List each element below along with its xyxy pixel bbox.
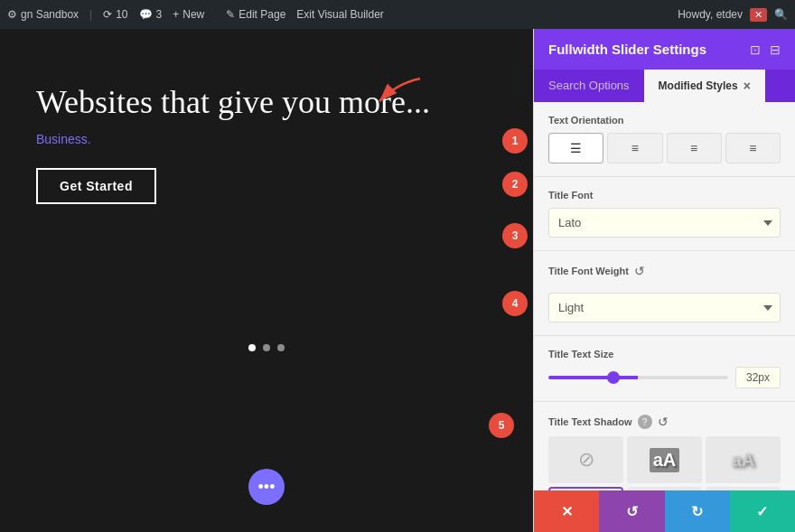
text-orientation-section: Text Orientation ☰ ≡ ≡ ≡ — [534, 102, 795, 177]
help-icon[interactable]: ? — [638, 415, 652, 429]
title-font-select[interactable]: Lato Open Sans Roboto — [548, 208, 781, 238]
title-text-size-section: Title Text Size 32px — [534, 336, 795, 402]
search-options-tab[interactable]: Search Options — [534, 70, 644, 102]
dot-3[interactable] — [277, 344, 285, 351]
align-justify-icon: ≡ — [749, 141, 756, 155]
collapse-icon[interactable]: ⊟ — [770, 42, 781, 57]
shadow-style2-preview: aA — [732, 450, 755, 471]
panel-header-icons: ⊡ ⊟ — [750, 42, 781, 57]
main-area: 1 2 3 4 5 Websites that give you more... — [0, 29, 795, 532]
action-bar: ✕ ↺ ↻ ✓ — [534, 490, 795, 532]
title-text-size-slider[interactable] — [548, 376, 728, 379]
slider-dots — [248, 344, 285, 351]
orient-right-btn[interactable]: ≡ — [667, 133, 722, 163]
shadow-options-grid: ⊘ aA aA aA aA — [548, 436, 781, 490]
new-item[interactable]: + New — [173, 8, 204, 21]
step-badge-5: 5 — [489, 413, 514, 438]
comment-icon: 💬 — [139, 8, 153, 21]
comment-item[interactable]: 💬 3 — [139, 8, 163, 21]
panel-title: Fullwidth Slider Settings — [548, 42, 706, 57]
admin-bar-right: Howdy, etdev ✕ 🔍 — [678, 8, 788, 22]
floating-menu-button[interactable]: ••• — [248, 469, 285, 505]
step-badge-4: 4 — [502, 291, 528, 316]
undo-button[interactable]: ↺ — [599, 490, 664, 532]
cancel-button[interactable]: ✕ — [534, 490, 599, 532]
get-started-button[interactable]: Get Started — [36, 168, 156, 204]
save-icon: ✓ — [756, 503, 768, 520]
sync-icon: ⟳ — [103, 8, 112, 21]
expand-icon[interactable]: ⊡ — [750, 42, 761, 57]
step-badge-2: 2 — [502, 172, 528, 197]
reset-shadow-icon[interactable]: ↺ — [658, 415, 669, 429]
canvas-area: 1 2 3 4 5 Websites that give you more... — [0, 29, 533, 532]
site-name[interactable]: ⚙ gn Sandbox — [7, 8, 79, 21]
step-badge-1: 1 — [502, 128, 528, 154]
step-badge-3: 3 — [502, 223, 528, 248]
shadow-style2-option[interactable]: aA — [706, 436, 781, 483]
title-font-weight-select[interactable]: Light Normal Bold — [548, 293, 781, 322]
title-font-weight-label: Title Font Weight — [548, 266, 629, 276]
dot-2[interactable] — [263, 344, 270, 351]
panel-body: Text Orientation ☰ ≡ ≡ ≡ — [534, 102, 795, 490]
redo-icon: ↻ — [691, 503, 703, 520]
align-center-icon: ≡ — [631, 141, 639, 155]
shadow-none-option[interactable]: ⊘ — [548, 436, 623, 483]
plus-icon: + — [173, 8, 179, 21]
sync-icon-item[interactable]: ⟳ 10 — [103, 8, 127, 21]
title-font-weight-section: Title Font Weight ↺ Light Normal Bold — [534, 251, 795, 336]
shadow-style1-option[interactable]: aA — [627, 436, 702, 483]
close-modified-tab[interactable]: × — [744, 79, 751, 93]
title-text-shadow-label-row: Title Text Shadow ? ↺ — [548, 415, 781, 429]
arrow-icon — [370, 74, 425, 118]
cancel-icon: ✕ — [561, 503, 573, 520]
orient-center-btn[interactable]: ≡ — [607, 133, 662, 163]
title-font-label: Title Font — [548, 190, 781, 201]
redo-button[interactable]: ↻ — [665, 490, 730, 532]
align-right-icon: ≡ — [690, 141, 697, 155]
title-text-size-value: 32px — [735, 367, 781, 388]
dots-icon: ••• — [258, 478, 276, 497]
save-button[interactable]: ✓ — [730, 490, 795, 532]
edit-page-item[interactable]: ✎ Edit Page — [226, 8, 285, 21]
slider-headline: Websites that give you more... — [36, 83, 497, 121]
text-orientation-label: Text Orientation — [548, 115, 781, 126]
admin-bar: ⚙ gn Sandbox | ⟳ 10 💬 3 + New ✎ Edit Pag… — [0, 0, 795, 29]
title-font-weight-label-row: Title Font Weight ↺ — [548, 264, 781, 278]
modified-styles-tab[interactable]: Modified Styles × — [644, 70, 765, 102]
title-text-shadow-section: Title Text Shadow ? ↺ ⊘ aA aA — [534, 402, 795, 490]
search-admin-item[interactable]: 🔍 — [774, 8, 788, 21]
dot-1[interactable] — [248, 344, 256, 351]
panel-header: Fullwidth Slider Settings ⊡ ⊟ — [534, 29, 795, 70]
orient-justify-btn[interactable]: ≡ — [725, 133, 781, 163]
shadow-style1-preview: aA — [650, 448, 680, 472]
right-panel: Fullwidth Slider Settings ⊡ ⊟ Search Opt… — [533, 29, 795, 532]
title-font-section: Title Font Lato Open Sans Roboto — [534, 177, 795, 251]
align-left-icon: ☰ — [570, 141, 582, 155]
no-shadow-icon: ⊘ — [578, 448, 594, 471]
title-text-size-label: Title Text Size — [548, 349, 781, 359]
orient-left-btn[interactable]: ☰ — [548, 133, 603, 163]
wp-icon: ⚙ — [7, 8, 17, 21]
exit-builder-item[interactable]: Exit Visual Builder — [296, 8, 384, 21]
title-text-shadow-label: Title Text Shadow — [548, 416, 632, 427]
slider-subtext: Business. — [36, 132, 497, 146]
reset-font-weight-icon[interactable]: ↺ — [634, 264, 645, 278]
panel-tabs: Search Options Modified Styles × — [534, 70, 795, 102]
howdy-badge: ✕ — [750, 8, 767, 22]
undo-icon: ↺ — [626, 503, 638, 520]
slider-content: Websites that give you more... Business. — [0, 29, 533, 240]
title-text-size-slider-row: 32px — [548, 367, 781, 388]
orientation-buttons: ☰ ≡ ≡ ≡ — [548, 133, 781, 163]
howdy-item: Howdy, etdev — [678, 8, 743, 21]
pencil-icon: ✎ — [226, 8, 235, 21]
